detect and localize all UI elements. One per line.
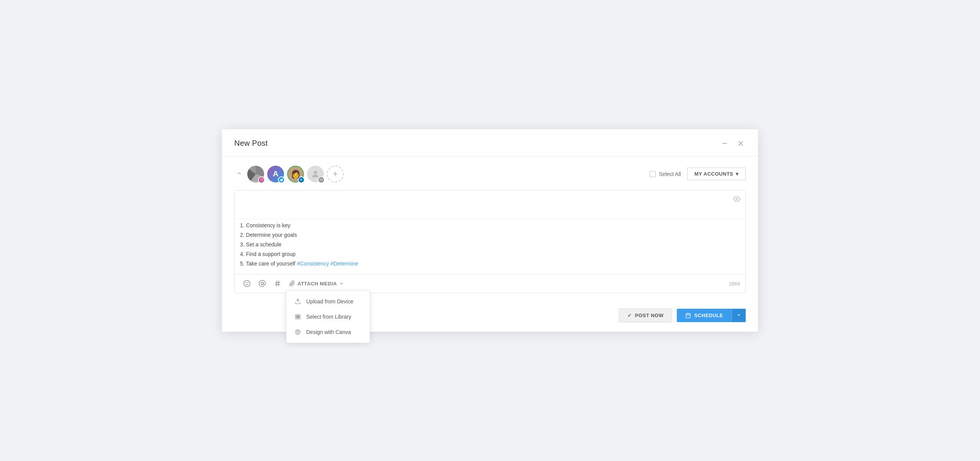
svg-line-17 xyxy=(278,281,279,287)
hashtag-text: #Consistency #Determine xyxy=(297,261,358,267)
accounts-right: Select All MY ACCOUNTS ▾ xyxy=(650,168,746,180)
mention-icon xyxy=(258,280,266,287)
post-text-input[interactable] xyxy=(235,191,745,217)
schedule-button[interactable]: SCHEDULE xyxy=(677,309,732,322)
list-item: 5. Take care of yourself #Consistency #D… xyxy=(240,259,740,269)
svg-rect-0 xyxy=(722,143,727,144)
svg-rect-3 xyxy=(260,178,263,181)
post-now-button[interactable]: ✓ POST NOW xyxy=(619,308,672,323)
svg-rect-22 xyxy=(297,317,298,318)
schedule-chevron-icon xyxy=(737,313,741,317)
emoji-button[interactable] xyxy=(240,277,254,290)
design-canva-item[interactable]: Design with Canva xyxy=(286,324,370,340)
svg-rect-27 xyxy=(686,314,690,318)
schedule-dropdown-button[interactable] xyxy=(732,309,746,322)
avatar-wrapper-4[interactable] xyxy=(307,166,324,182)
svg-point-10 xyxy=(244,280,250,287)
schedule-label: SCHEDULE xyxy=(694,313,723,318)
avatar-wrapper-1[interactable] xyxy=(247,166,264,182)
modal-title: New Post xyxy=(234,139,268,148)
library-icon xyxy=(294,314,302,320)
accounts-chevron-button[interactable] xyxy=(234,169,244,179)
svg-point-9 xyxy=(736,198,738,200)
new-post-modal: New Post xyxy=(222,129,758,332)
my-accounts-label: MY ACCOUNTS xyxy=(694,171,733,177)
upload-icon xyxy=(294,298,302,305)
char-count: 2864 xyxy=(729,281,740,287)
accounts-left: A 👩 in xyxy=(234,166,344,182)
svg-rect-20 xyxy=(297,316,298,317)
svg-rect-23 xyxy=(298,317,299,318)
calendar-icon xyxy=(685,313,691,318)
list-item: 4. Find a support group xyxy=(240,249,740,259)
preview-eye-icon[interactable] xyxy=(733,195,741,205)
minimize-icon xyxy=(721,140,728,147)
social-badge-instagram xyxy=(258,176,265,183)
svg-point-6 xyxy=(314,171,317,174)
attach-icon xyxy=(289,280,295,287)
social-badge-generic xyxy=(318,176,325,183)
social-badge-linkedin: in xyxy=(298,176,305,183)
twitter-icon xyxy=(280,178,283,181)
editor-container: 1. Consistency is key 2. Determine your … xyxy=(234,190,746,293)
emoji-icon xyxy=(243,280,251,287)
close-button[interactable] xyxy=(736,138,746,148)
svg-point-13 xyxy=(261,282,264,285)
close-icon xyxy=(737,140,744,147)
post-now-label: POST NOW xyxy=(635,313,664,318)
select-library-label: Select from Library xyxy=(306,314,351,320)
list-item-5-text: 5. Take care of yourself xyxy=(240,261,295,267)
svg-point-4 xyxy=(261,179,262,180)
accounts-row: A 👩 in xyxy=(234,166,746,182)
attach-media-button[interactable]: ATTACH MEDIA xyxy=(286,278,347,289)
avatar-wrapper-2[interactable]: A xyxy=(267,166,284,182)
add-account-button[interactable]: + xyxy=(327,166,344,182)
modal-header: New Post xyxy=(222,129,758,156)
modal-header-actions xyxy=(720,138,746,148)
post-now-check-icon: ✓ xyxy=(627,313,632,318)
select-all-label[interactable]: Select All xyxy=(650,171,681,177)
editor-toolbar: ATTACH MEDIA xyxy=(235,274,745,293)
attach-media-container: ATTACH MEDIA xyxy=(286,278,347,289)
modal-body: A 👩 in xyxy=(222,156,758,303)
minimize-button[interactable] xyxy=(720,138,730,148)
canva-icon xyxy=(294,329,302,335)
upload-device-label: Upload from Device xyxy=(306,298,353,305)
avatar-wrapper-3[interactable]: 👩 in xyxy=(287,166,304,182)
post-content-list: 1. Consistency is key 2. Determine your … xyxy=(240,221,740,269)
design-canva-label: Design with Canva xyxy=(306,329,351,335)
select-library-item[interactable]: Select from Library xyxy=(286,309,370,324)
modal-overlay: New Post xyxy=(222,129,758,332)
svg-line-16 xyxy=(276,281,277,287)
list-item: 1. Consistency is key xyxy=(240,221,740,230)
svg-rect-21 xyxy=(298,316,299,317)
my-accounts-chevron: ▾ xyxy=(736,171,739,177)
editor-top xyxy=(235,191,745,219)
svg-rect-19 xyxy=(296,314,300,319)
post-content: 1. Consistency is key 2. Determine your … xyxy=(235,219,745,274)
svg-rect-7 xyxy=(320,179,323,181)
social-badge-twitter xyxy=(278,176,285,183)
attach-dropdown-menu: Upload from Device xyxy=(286,290,370,343)
hashtag-icon xyxy=(274,280,281,287)
instagram-icon xyxy=(260,178,263,181)
attach-dropdown-arrow xyxy=(339,281,344,286)
my-accounts-button[interactable]: MY ACCOUNTS ▾ xyxy=(687,168,746,180)
generic-badge-icon xyxy=(320,178,323,181)
svg-point-5 xyxy=(262,179,263,179)
select-all-text: Select All xyxy=(659,171,681,177)
list-item: 2. Determine your goals xyxy=(240,230,740,240)
hashtag-button[interactable] xyxy=(271,277,284,290)
select-all-checkbox[interactable] xyxy=(650,171,656,177)
upload-device-item[interactable]: Upload from Device xyxy=(286,294,370,309)
list-item: 3. Set a schedule xyxy=(240,240,740,249)
schedule-group: SCHEDULE xyxy=(677,309,746,322)
add-account-icon: + xyxy=(333,169,338,179)
svg-point-25 xyxy=(297,331,299,333)
mention-button[interactable] xyxy=(255,277,269,290)
attach-media-label: ATTACH MEDIA xyxy=(297,281,337,287)
